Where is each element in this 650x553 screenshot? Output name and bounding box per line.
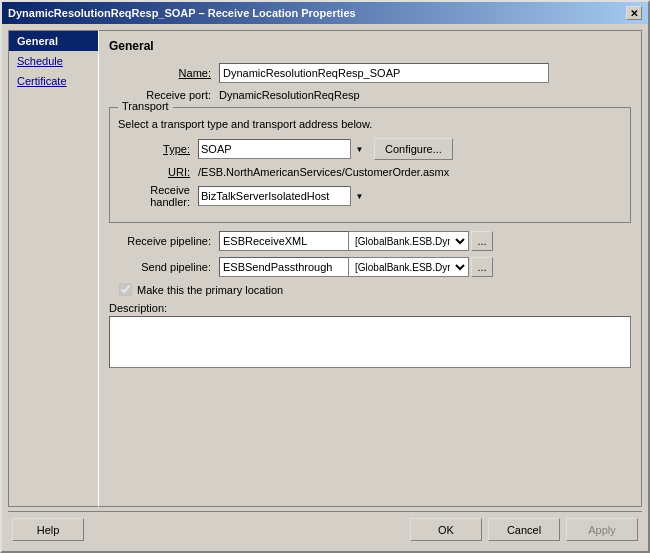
receive-pipeline-row: Receive pipeline: [GlobalBank.ESB.Dynami… bbox=[109, 231, 631, 251]
primary-location-row: Make this the primary location bbox=[109, 283, 631, 296]
dialog-buttons: OK Cancel Apply bbox=[410, 518, 638, 541]
uri-label: URI: bbox=[118, 166, 198, 178]
description-textarea[interactable] bbox=[109, 316, 631, 368]
ok-button[interactable]: OK bbox=[410, 518, 482, 541]
receive-pipeline-ellipsis-button[interactable]: ... bbox=[471, 231, 493, 251]
type-combo-wrapper: SOAP ▼ bbox=[198, 139, 368, 159]
main-area: General Schedule Certificate General Nam… bbox=[8, 30, 642, 507]
receive-handler-row: Receive handler: BizTalkServerIsolatedHo… bbox=[118, 184, 622, 208]
description-label: Description: bbox=[109, 302, 631, 314]
receive-handler-select[interactable]: BizTalkServerIsolatedHost bbox=[198, 186, 368, 206]
receive-pipeline-label: Receive pipeline: bbox=[109, 235, 219, 247]
receive-pipeline-input[interactable] bbox=[219, 231, 349, 251]
type-label: Type: bbox=[118, 143, 198, 155]
uri-row: URI: /ESB.NorthAmericanServices/Customer… bbox=[118, 166, 622, 178]
transport-group: Transport Select a transport type and tr… bbox=[109, 107, 631, 223]
window-body: General Schedule Certificate General Nam… bbox=[2, 24, 648, 551]
panel-title: General bbox=[109, 39, 631, 53]
close-button[interactable]: ✕ bbox=[626, 6, 642, 20]
sidebar-item-schedule[interactable]: Schedule bbox=[9, 51, 98, 71]
name-label: Name: bbox=[109, 67, 219, 79]
button-bar: Help OK Cancel Apply bbox=[8, 511, 642, 545]
sidebar-item-general[interactable]: General bbox=[9, 31, 98, 51]
type-row: Type: SOAP ▼ Configure... bbox=[118, 138, 622, 160]
window-title: DynamicResolutionReqResp_SOAP – Receive … bbox=[8, 7, 356, 19]
send-pipeline-label: Send pipeline: bbox=[109, 261, 219, 273]
description-container bbox=[109, 316, 631, 370]
send-pipeline-select[interactable]: [GlobalBank.ESB.Dyr bbox=[349, 257, 469, 277]
uri-value: /ESB.NorthAmericanServices/CustomerOrder… bbox=[198, 166, 449, 178]
main-window: DynamicResolutionReqResp_SOAP – Receive … bbox=[0, 0, 650, 553]
name-row: Name: bbox=[109, 63, 631, 83]
send-pipeline-combo: [GlobalBank.ESB.Dyr ... bbox=[219, 257, 493, 277]
content-panel: General Name: Receive port: DynamicResol… bbox=[98, 30, 642, 507]
sidebar: General Schedule Certificate bbox=[8, 30, 98, 507]
send-pipeline-ellipsis-button[interactable]: ... bbox=[471, 257, 493, 277]
configure-button[interactable]: Configure... bbox=[374, 138, 453, 160]
name-input[interactable] bbox=[219, 63, 549, 83]
send-pipeline-input[interactable] bbox=[219, 257, 349, 277]
transport-description: Select a transport type and transport ad… bbox=[118, 118, 622, 130]
receive-pipeline-select[interactable]: [GlobalBank.ESB.Dynamic bbox=[349, 231, 469, 251]
primary-location-label: Make this the primary location bbox=[137, 284, 283, 296]
sidebar-item-certificate[interactable]: Certificate bbox=[9, 71, 98, 91]
title-bar: DynamicResolutionReqResp_SOAP – Receive … bbox=[2, 2, 648, 24]
primary-location-checkbox[interactable] bbox=[119, 283, 132, 296]
receive-pipeline-combo: [GlobalBank.ESB.Dynamic ... bbox=[219, 231, 493, 251]
cancel-button[interactable]: Cancel bbox=[488, 518, 560, 541]
transport-legend: Transport bbox=[118, 100, 173, 112]
handler-combo-wrapper: BizTalkServerIsolatedHost ▼ bbox=[198, 186, 368, 206]
receive-port-value: DynamicResolutionReqResp bbox=[219, 89, 360, 101]
apply-button[interactable]: Apply bbox=[566, 518, 638, 541]
type-select[interactable]: SOAP bbox=[198, 139, 368, 159]
send-pipeline-row: Send pipeline: [GlobalBank.ESB.Dyr ... bbox=[109, 257, 631, 277]
receive-port-row: Receive port: DynamicResolutionReqResp bbox=[109, 89, 631, 101]
help-button[interactable]: Help bbox=[12, 518, 84, 541]
receive-handler-label: Receive handler: bbox=[118, 184, 198, 208]
